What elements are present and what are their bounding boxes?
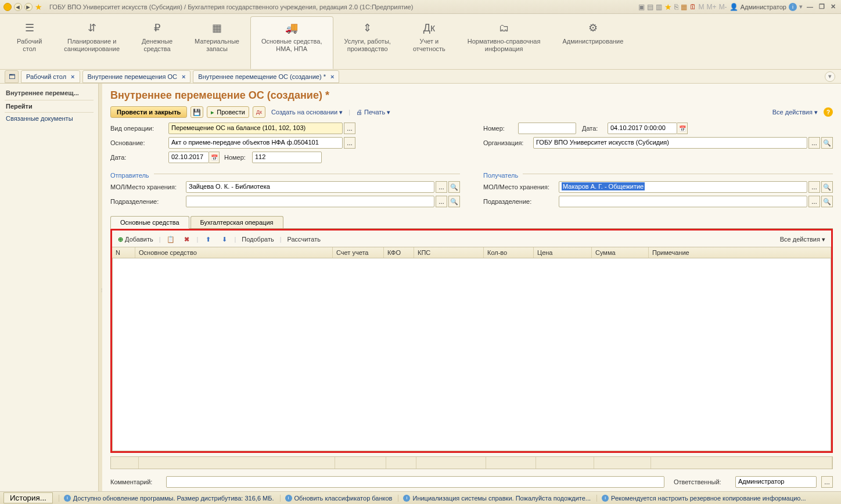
section-planning[interactable]: ⇵Планирование и санкционирование	[53, 16, 131, 69]
tab-close-icon[interactable]: ×	[330, 73, 334, 80]
op-kind-input[interactable]: Перемещение ОС на балансе (101, 102, 103…	[168, 123, 343, 134]
user-label[interactable]: Администратор	[741, 3, 786, 10]
org-input[interactable]: ГОБУ ВПО Университет искусств (Субсидия)	[533, 137, 807, 149]
sender-mol-input[interactable]: Зайцева О. К. - Библиотека	[186, 181, 434, 193]
calendar-icon[interactable]: 📅	[209, 152, 220, 163]
nav-fwd-icon[interactable]: ►	[24, 3, 33, 11]
col-qty[interactable]: Кол-во	[484, 247, 534, 258]
tb-tool-icon[interactable]: ▣	[638, 3, 645, 11]
sb-update[interactable]: iДоступно обновление программы. Размер д…	[59, 495, 274, 502]
grid-body[interactable]	[112, 258, 831, 451]
receiver-mol-input[interactable]: Макаров А. Г. - Общежитие	[559, 181, 807, 193]
choose-button[interactable]: …	[344, 123, 355, 134]
search-icon[interactable]: 🔍	[821, 196, 833, 207]
info-icon[interactable]: i	[789, 3, 797, 11]
section-materials[interactable]: ▦Материальные запасы	[184, 16, 250, 69]
pick-button[interactable]: Подобрать	[239, 234, 276, 244]
tb-mplus-icon[interactable]: M+	[707, 3, 717, 11]
tb-m-icon[interactable]: M	[699, 3, 705, 11]
choose-button[interactable]: …	[436, 196, 447, 207]
col-n[interactable]: N	[112, 247, 135, 258]
tab-close-icon[interactable]: ×	[182, 73, 185, 80]
section-desktop[interactable]: ☰Рабочий стол	[6, 16, 53, 69]
tb-grid-icon[interactable]: ▦	[681, 3, 687, 11]
src-date-input[interactable]: 02.10.2017	[168, 152, 209, 163]
section-fixed-assets[interactable]: 🚚Основные средства, НМА, НПА	[250, 16, 333, 69]
print-button[interactable]: 🖨 Печать ▾	[354, 107, 393, 118]
calc-button[interactable]: Рассчитать	[285, 234, 323, 244]
receiver-dept-input[interactable]	[559, 196, 807, 207]
help-icon[interactable]: ?	[824, 107, 833, 117]
all-actions-button[interactable]: Все действия ▾	[770, 107, 820, 118]
tab-close-icon[interactable]: ×	[71, 73, 74, 80]
nav-back-icon[interactable]: ◄	[14, 3, 22, 11]
tab-list[interactable]: Внутренние перемещения ОС×	[82, 70, 191, 83]
maximize-icon[interactable]: ❐	[817, 3, 826, 10]
doc-date-input[interactable]: 04.10.2017 0:00:00	[608, 123, 677, 134]
sidebar-link-goto[interactable]: Перейти	[5, 100, 94, 113]
tb-link-icon[interactable]: ⎘	[674, 3, 678, 11]
search-icon[interactable]: 🔍	[821, 137, 833, 149]
minimize-icon[interactable]: —	[805, 3, 815, 10]
search-icon[interactable]: 🔍	[821, 181, 833, 193]
choose-button[interactable]: …	[808, 137, 820, 149]
col-kps[interactable]: КПС	[414, 247, 484, 258]
post-and-close-button[interactable]: Провести и закрыть	[110, 106, 187, 118]
choose-button[interactable]: …	[808, 196, 820, 207]
save-button[interactable]: 💾	[191, 106, 203, 118]
tab-doc[interactable]: Внутреннее перемещение ОС (создание) *×	[193, 70, 339, 83]
subtab-accounting[interactable]: Бухгалтерская операция	[191, 216, 283, 228]
section-money[interactable]: ₽Денежные средства	[131, 16, 184, 69]
sb-help-init[interactable]: iИнициализация системы справки. Пожалуйс…	[398, 495, 591, 502]
sb-backup[interactable]: iРекомендуется настроить резервное копир…	[596, 495, 806, 502]
col-price[interactable]: Цена	[534, 247, 592, 258]
search-icon[interactable]: 🔍	[448, 196, 460, 207]
collapse-tabs-icon[interactable]: ▾	[825, 71, 835, 82]
tb-mminus-icon[interactable]: M-	[719, 3, 727, 11]
doc-num-input[interactable]	[518, 123, 576, 134]
tab-desktop[interactable]: Рабочий стол×	[21, 70, 80, 83]
calendar-icon[interactable]: 📅	[677, 123, 688, 134]
choose-button[interactable]: …	[821, 476, 833, 488]
section-services[interactable]: ⇕Услуги, работы, производство	[333, 16, 402, 69]
desktop-tab-icon[interactable]: 🗔	[5, 70, 19, 83]
section-admin[interactable]: ⚙Администрирование	[551, 16, 634, 69]
col-sum[interactable]: Сумма	[592, 247, 649, 258]
dk-button[interactable]: Дк	[253, 106, 265, 118]
basis-input[interactable]: Акт о приеме-передаче объектов НФА ф.050…	[168, 137, 343, 149]
splitter[interactable]: ⋮	[99, 84, 102, 491]
sb-banks[interactable]: iОбновить классификатор банков	[280, 495, 393, 502]
copy-row-button[interactable]: 📋	[164, 233, 177, 245]
col-note[interactable]: Примечание	[649, 247, 831, 258]
choose-button[interactable]: …	[808, 181, 820, 193]
tb-calendar-icon[interactable]: 🗓	[689, 3, 696, 11]
src-num-input[interactable]: 112	[252, 152, 322, 163]
create-based-button[interactable]: Создать на основании ▾	[269, 107, 345, 118]
tb-tool-icon[interactable]: ▥	[656, 3, 662, 11]
choose-button[interactable]: …	[436, 181, 447, 193]
col-account[interactable]: Счет учета	[333, 247, 384, 258]
col-asset[interactable]: Основное средство	[135, 247, 333, 258]
tb-star-icon[interactable]: ★	[664, 2, 672, 12]
add-row-button[interactable]: ⊕ Добавить	[116, 234, 156, 245]
grid-header: N Основное средство Счет учета КФО КПС К…	[112, 247, 831, 258]
subtab-assets[interactable]: Основные средства	[110, 216, 189, 229]
sidebar-link-related[interactable]: Связанные документы	[5, 113, 94, 124]
close-icon[interactable]: ✕	[829, 3, 838, 10]
history-button[interactable]: История...	[3, 492, 53, 503]
move-down-button[interactable]: ⬇	[218, 233, 231, 245]
move-up-button[interactable]: ⬆	[202, 233, 214, 245]
responsible-input[interactable]: Администратор	[735, 476, 817, 488]
post-button[interactable]: ▸Провести	[207, 106, 249, 118]
choose-button[interactable]: …	[344, 137, 355, 149]
section-reference[interactable]: 🗂Нормативно-справочная информация	[457, 16, 552, 69]
col-kfo[interactable]: КФО	[384, 247, 414, 258]
comment-input[interactable]	[166, 476, 664, 488]
delete-row-button[interactable]: ✖	[181, 233, 193, 245]
favorite-star-icon[interactable]: ★	[35, 2, 42, 12]
section-accounting[interactable]: ДкУчет и отчетность	[402, 16, 457, 69]
search-icon[interactable]: 🔍	[448, 181, 460, 193]
sender-dept-input[interactable]	[186, 196, 434, 207]
table-all-actions[interactable]: Все действия ▾	[778, 234, 828, 245]
tb-tool-icon[interactable]: ▤	[647, 3, 653, 11]
